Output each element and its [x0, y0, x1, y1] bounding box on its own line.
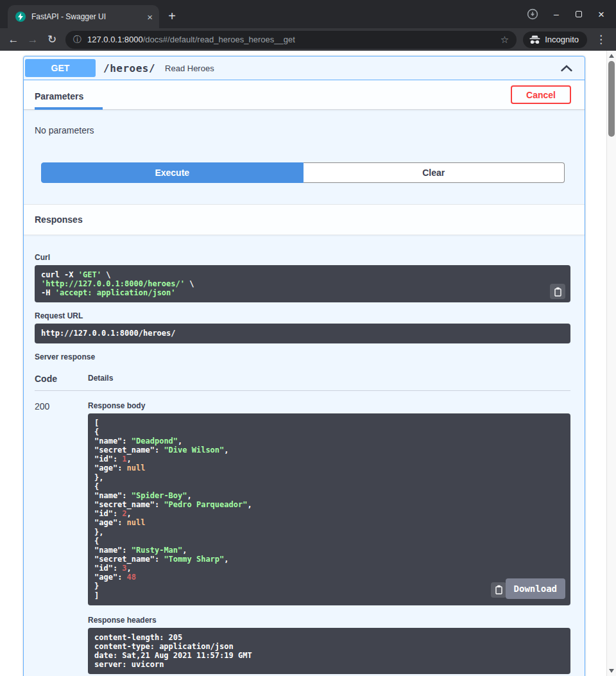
response-body-json: [ { "name": "Deadpond", "secret_name": "…	[94, 419, 564, 600]
close-button[interactable]: ×	[597, 9, 606, 20]
server-response-label: Server response	[35, 352, 570, 361]
address-bar[interactable]: ⓘ 127.0.0.1:8000 /docs#/default/read_her…	[65, 31, 517, 49]
execute-row: Execute Clear	[24, 147, 585, 204]
back-button[interactable]: ←	[4, 30, 23, 49]
clear-button[interactable]: Clear	[304, 162, 565, 183]
responses-body: Curl curl -X 'GET' \ 'http://127.0.0.1:8…	[24, 235, 585, 676]
browser-tab[interactable]: FastAPI - Swagger UI ×	[8, 5, 159, 28]
minimize-button[interactable]: –	[552, 10, 561, 19]
page-info-icon[interactable]: ⓘ	[73, 34, 81, 46]
incognito-icon	[529, 35, 540, 44]
copy-response-icon[interactable]	[491, 582, 506, 598]
download-button[interactable]: Download	[506, 578, 565, 599]
curl-code-block: curl -X 'GET' \ 'http://127.0.0.1:8000/h…	[35, 265, 570, 302]
request-url-value: http://127.0.0.1:8000/heroes/	[41, 329, 564, 338]
scroll-down-icon[interactable]	[609, 669, 614, 673]
scroll-up-icon[interactable]	[609, 54, 614, 58]
bookmark-star-icon[interactable]: ☆	[495, 34, 509, 46]
response-details-cell: Response body [ { "name": "Deadpond", "s…	[88, 401, 570, 675]
new-tab-button[interactable]: +	[163, 6, 181, 26]
scrollbar-thumb[interactable]	[608, 61, 615, 137]
fastapi-favicon-icon	[15, 12, 26, 22]
swagger-page: GET /heroes/ Read Heroes Parameters Canc…	[0, 51, 616, 676]
no-parameters-message: No parameters	[24, 110, 585, 147]
forward-button[interactable]: →	[23, 30, 42, 49]
maximize-button[interactable]	[574, 11, 583, 17]
reload-button[interactable]: ↻	[42, 30, 62, 49]
response-table-header: Code Details	[35, 365, 570, 391]
response-body-label: Response body	[88, 401, 570, 410]
page-content: GET /heroes/ Read Heroes Parameters Canc…	[0, 51, 606, 676]
curl-command: curl -X 'GET' \ 'http://127.0.0.1:8000/h…	[41, 270, 564, 297]
incognito-badge: Incognito	[523, 31, 587, 48]
response-body-block: [ { "name": "Deadpond", "secret_name": "…	[88, 413, 570, 605]
response-row: 200 Response body [ { "name": "Deadpond"…	[35, 391, 570, 675]
request-url-label: Request URL	[35, 311, 570, 320]
url-host: 127.0.0.1:8000	[87, 35, 143, 44]
tab-strip: FastAPI - Swagger UI × + – ×	[0, 0, 616, 28]
request-url-block: http://127.0.0.1:8000/heroes/	[35, 324, 570, 343]
browser-toolbar: ← → ↻ ⓘ 127.0.0.1:8000 /docs#/default/re…	[0, 28, 616, 51]
status-code: 200	[35, 401, 88, 675]
update-icon[interactable]	[527, 8, 538, 20]
browser-menu-icon[interactable]: ⋮	[590, 33, 612, 46]
page-scrollbar[interactable]	[606, 51, 616, 676]
tab-title: FastAPI - Swagger UI	[31, 12, 141, 21]
window-controls: – ×	[517, 0, 616, 28]
endpoint-summary: Read Heroes	[165, 64, 214, 73]
details-column-header: Details	[88, 374, 570, 384]
response-headers-block: content-length: 205content-type: applica…	[88, 628, 570, 675]
opblock-summary[interactable]: GET /heroes/ Read Heroes	[24, 56, 585, 80]
collapse-chevron-icon[interactable]	[558, 62, 576, 74]
code-column-header: Code	[35, 374, 88, 384]
cancel-button[interactable]: Cancel	[511, 85, 571, 104]
parameters-title: Parameters	[35, 80, 103, 110]
parameters-section-header: Parameters Cancel	[24, 80, 585, 110]
method-badge: GET	[25, 59, 96, 77]
incognito-label: Incognito	[545, 35, 579, 44]
response-headers-text: content-length: 205content-type: applica…	[94, 633, 564, 670]
opblock-get-heroes: GET /heroes/ Read Heroes Parameters Canc…	[23, 56, 585, 676]
maximize-icon	[576, 11, 582, 17]
tab-close-icon[interactable]: ×	[147, 12, 153, 22]
copy-curl-icon[interactable]	[550, 284, 565, 299]
curl-label: Curl	[35, 253, 570, 262]
response-headers-label: Response headers	[88, 616, 570, 625]
execute-button[interactable]: Execute	[41, 162, 304, 183]
url-path: /docs#/default/read_heroes_heroes__get	[143, 35, 295, 44]
endpoint-path: /heroes/	[103, 62, 155, 74]
responses-section-header: Responses	[24, 204, 585, 235]
